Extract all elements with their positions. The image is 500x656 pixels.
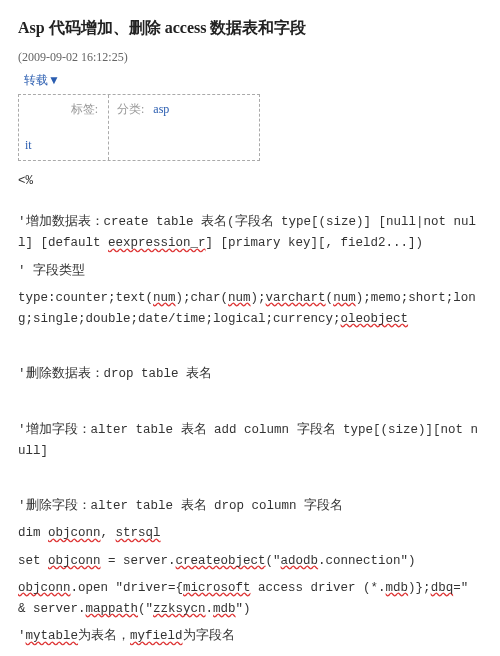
- page-title: Asp 代码增加、删除 access 数据表和字段: [18, 14, 482, 41]
- repost-link[interactable]: 转载▼: [24, 70, 482, 90]
- meta-box: 标签: it 分类: asp: [18, 94, 260, 161]
- code-line: set objconn = server.createobject("adodb…: [18, 551, 482, 572]
- cat-value[interactable]: asp: [153, 102, 169, 116]
- code-line: <%: [18, 171, 482, 192]
- code-line: ' 字段类型: [18, 261, 482, 282]
- code-line: 'mytable为表名，myfield为字段名: [18, 626, 482, 647]
- document-body: <% '增加数据表：create table 表名(字段名 type[(size…: [18, 171, 482, 656]
- tag-label: 标签:: [25, 99, 102, 119]
- code-line: '删除数据表：drop table 表名: [18, 364, 482, 385]
- code-line: '删除字段：alter table 表名 drop column 字段名: [18, 496, 482, 517]
- timestamp: (2009-09-02 16:12:25): [18, 47, 482, 67]
- code-line: objconn.open "driver={microsoft access d…: [18, 578, 482, 621]
- code-line: dim objconn, strsql: [18, 523, 482, 544]
- tag-value[interactable]: it: [25, 135, 102, 155]
- spellcheck-mark: eexpression_r: [108, 236, 206, 250]
- code-line: '增加数据表：create table 表名(字段名 type[(size)] …: [18, 212, 482, 255]
- code-line: '增加字段：alter table 表名 add column 字段名 type…: [18, 420, 482, 463]
- cat-label: 分类:: [117, 102, 144, 116]
- code-line: type:counter;text(num);char(num);varchar…: [18, 288, 482, 331]
